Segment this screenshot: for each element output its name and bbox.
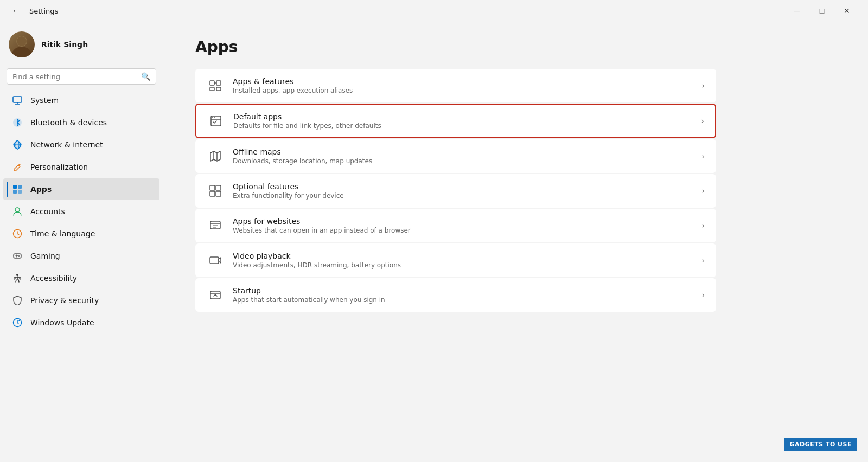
video-playback-icon <box>207 252 224 269</box>
svg-point-25 <box>212 117 213 118</box>
svg-rect-20 <box>216 81 221 85</box>
accessibility-icon <box>12 273 23 284</box>
sidebar-item-personalization-label: Personalization <box>30 163 88 171</box>
svg-rect-19 <box>210 81 214 85</box>
svg-point-17 <box>16 274 18 276</box>
sidebar-item-bluetooth-label: Bluetooth & devices <box>30 118 107 127</box>
main-content: Apps Apps & features Installed apps, app… <box>163 22 868 462</box>
offline-maps-text: Offline maps Downloads, storage location… <box>233 147 693 165</box>
svg-rect-21 <box>210 87 214 91</box>
apps-icon <box>12 184 23 195</box>
search-box[interactable]: 🔍 <box>7 68 156 85</box>
optional-features-icon <box>207 182 224 200</box>
sidebar-item-windows-update[interactable]: Windows Update <box>3 312 159 333</box>
search-icon: 🔍 <box>141 72 150 81</box>
gaming-icon <box>12 251 23 261</box>
svg-rect-30 <box>216 191 221 196</box>
apps-features-desc: Installed apps, app execution aliases <box>233 87 693 94</box>
search-container: 🔍 <box>0 66 163 89</box>
sidebar-item-network[interactable]: Network & internet <box>3 134 159 156</box>
optional-features-desc: Extra functionality for your device <box>233 192 693 200</box>
svg-point-16 <box>18 256 20 257</box>
privacy-icon <box>12 295 23 306</box>
sidebar-item-gaming[interactable]: Gaming <box>3 245 159 267</box>
svg-point-12 <box>15 208 20 212</box>
back-button[interactable]: ← <box>9 5 24 17</box>
system-icon <box>12 95 23 106</box>
page-title: Apps <box>195 38 835 56</box>
sidebar-item-accounts[interactable]: Accounts <box>3 201 159 222</box>
settings-item-optional-features[interactable]: Optional features Extra functionality fo… <box>195 174 716 208</box>
search-input[interactable] <box>12 73 137 81</box>
offline-maps-chevron: › <box>701 152 705 161</box>
settings-item-startup[interactable]: Startup Apps that start automatically wh… <box>195 278 716 312</box>
window-controls: ─ □ ✕ <box>784 2 859 20</box>
startup-desc: Apps that start automatically when you s… <box>233 296 693 304</box>
sidebar-item-accessibility[interactable]: Accessibility <box>3 267 159 289</box>
app-title: Settings <box>29 7 58 15</box>
accounts-icon <box>12 206 23 217</box>
windows-update-icon <box>12 317 23 328</box>
title-bar: ← Settings ─ □ ✕ <box>0 0 868 22</box>
svg-rect-8 <box>13 185 17 189</box>
svg-rect-22 <box>216 87 221 91</box>
sidebar-nav: System Bluetooth & devices <box>0 89 163 334</box>
svg-rect-9 <box>18 185 22 189</box>
svg-rect-29 <box>210 191 215 196</box>
time-icon <box>12 228 23 239</box>
svg-point-26 <box>214 117 215 118</box>
svg-rect-28 <box>216 185 221 190</box>
sidebar-item-apps[interactable]: Apps <box>3 178 159 200</box>
settings-item-default-apps[interactable]: Default apps Defaults for file and link … <box>195 104 716 138</box>
svg-rect-31 <box>210 221 220 229</box>
settings-list: Apps & features Installed apps, app exec… <box>195 69 716 312</box>
sidebar-item-bluetooth[interactable]: Bluetooth & devices <box>3 112 159 133</box>
title-bar-left: ← Settings <box>9 5 58 17</box>
apps-features-text: Apps & features Installed apps, app exec… <box>233 77 693 94</box>
offline-maps-title: Offline maps <box>233 147 693 156</box>
startup-text: Startup Apps that start automatically wh… <box>233 286 693 304</box>
apps-websites-icon <box>207 217 224 234</box>
sidebar-item-apps-label: Apps <box>30 185 52 194</box>
startup-icon <box>207 286 224 304</box>
sidebar-item-time[interactable]: Time & language <box>3 223 159 245</box>
default-apps-title: Default apps <box>233 112 692 121</box>
offline-maps-desc: Downloads, storage location, map updates <box>233 157 693 165</box>
optional-features-text: Optional features Extra functionality fo… <box>233 182 693 200</box>
sidebar-item-personalization[interactable]: Personalization <box>3 156 159 178</box>
minimize-button[interactable]: ─ <box>784 2 809 20</box>
video-playback-desc: Video adjustments, HDR streaming, batter… <box>233 261 693 269</box>
svg-point-0 <box>11 47 33 57</box>
video-playback-chevron: › <box>701 256 705 265</box>
settings-item-video-playback[interactable]: Video playback Video adjustments, HDR st… <box>195 243 716 277</box>
apps-features-icon <box>207 77 224 94</box>
sidebar-item-accounts-label: Accounts <box>30 207 65 216</box>
sidebar-item-system[interactable]: System <box>3 89 159 111</box>
user-profile: Ritik Singh <box>0 26 163 66</box>
svg-rect-32 <box>210 257 219 264</box>
sidebar-item-privacy[interactable]: Privacy & security <box>3 290 159 311</box>
settings-item-apps-features[interactable]: Apps & features Installed apps, app exec… <box>195 69 716 102</box>
sidebar-item-time-label: Time & language <box>30 229 95 238</box>
user-name: Ritik Singh <box>41 40 88 49</box>
default-apps-desc: Defaults for file and link types, other … <box>233 122 692 130</box>
bluetooth-icon <box>12 117 23 128</box>
close-button[interactable]: ✕ <box>834 2 859 20</box>
startup-title: Startup <box>233 286 693 295</box>
apps-features-title: Apps & features <box>233 77 693 86</box>
optional-features-title: Optional features <box>233 182 693 191</box>
offline-maps-icon <box>207 147 224 165</box>
settings-item-apps-websites[interactable]: Apps for websites Websites that can open… <box>195 209 716 242</box>
apps-websites-text: Apps for websites Websites that can open… <box>233 217 693 234</box>
apps-websites-desc: Websites that can open in an app instead… <box>233 227 693 234</box>
apps-features-chevron: › <box>701 81 705 90</box>
svg-point-2 <box>17 36 27 46</box>
settings-item-offline-maps[interactable]: Offline maps Downloads, storage location… <box>195 139 716 173</box>
sidebar-item-windows-update-label: Windows Update <box>30 318 94 327</box>
maximize-button[interactable]: □ <box>809 2 834 20</box>
watermark: GADGETS TO USE <box>784 438 857 451</box>
optional-features-chevron: › <box>701 187 705 195</box>
default-apps-chevron: › <box>701 117 704 125</box>
sidebar-item-accessibility-label: Accessibility <box>30 274 77 283</box>
svg-rect-3 <box>13 97 22 102</box>
